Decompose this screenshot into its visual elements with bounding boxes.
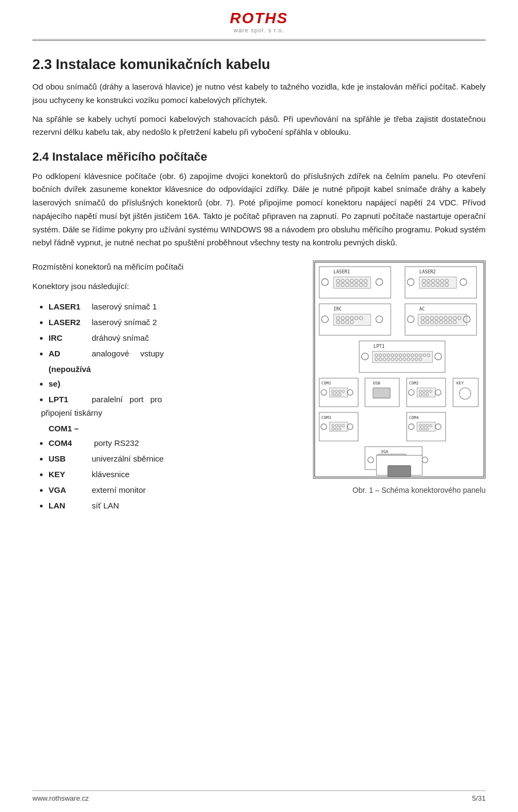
connectors-section: Rozmístění konektorů na měřicím počítači… bbox=[32, 260, 486, 514]
list-item: ADanalogové vstupy bbox=[49, 346, 302, 361]
item-label: KEY bbox=[49, 467, 92, 481]
list-item: COM1 – COM4 porty RS232 bbox=[49, 421, 302, 450]
item-label: LASER1 bbox=[49, 299, 92, 314]
item-desc: klávesnice bbox=[92, 470, 130, 479]
list-item: VGAexterní monitor bbox=[49, 483, 302, 497]
svg-text:COM3: COM3 bbox=[322, 415, 331, 420]
svg-rect-119 bbox=[373, 388, 390, 398]
item-label: IRC bbox=[49, 331, 92, 345]
item-desc: analogové vstupy bbox=[92, 349, 163, 358]
list-item: připojení tiskárny bbox=[41, 405, 302, 420]
svg-rect-166 bbox=[388, 466, 411, 477]
svg-text:COM2: COM2 bbox=[409, 381, 419, 386]
section-23-para2: Na spřáhle se kabely uchytí pomocí kabel… bbox=[32, 113, 486, 140]
svg-text:COM4: COM4 bbox=[409, 415, 419, 420]
item-desc: dráhový snímač bbox=[92, 333, 149, 342]
svg-text:LASER2: LASER2 bbox=[419, 269, 436, 274]
item-desc: laserový snímač 1 bbox=[92, 302, 157, 311]
svg-text:IRC: IRC bbox=[333, 306, 342, 312]
svg-text:USB: USB bbox=[373, 381, 380, 386]
list-item: LASER1laserový snímač 1 bbox=[49, 299, 302, 314]
svg-text:LPT1: LPT1 bbox=[373, 343, 384, 349]
item-label: LAN bbox=[49, 498, 92, 513]
list-item: LANsíť LAN bbox=[49, 498, 302, 513]
section-23-para1: Od obou snímačů (dráhy a laserová hlavic… bbox=[32, 80, 486, 107]
list-item: KEYklávesnice bbox=[49, 467, 302, 481]
section-24-title: 2.4 Instalace měřicího počítače bbox=[32, 150, 486, 164]
item-label: (nepoužívá se) bbox=[49, 362, 92, 391]
list-item: IRCdráhový snímač bbox=[49, 331, 302, 345]
svg-text:VGA: VGA bbox=[381, 449, 388, 454]
list-item: LPT1paralelní port pro bbox=[49, 392, 302, 407]
header: ROTHS ware spol. s r.o. bbox=[32, 0, 486, 40]
connectors-list: LASER1laserový snímač 1 LASER2laserový s… bbox=[32, 299, 302, 513]
list-item: (nepoužívá se) bbox=[49, 362, 302, 391]
figure-caption: Obr. 1 – Schéma konektorového panelu bbox=[313, 486, 486, 494]
svg-text:AC: AC bbox=[419, 306, 425, 312]
main-content: 2.3 Instalace komunikačních kabelu Od ob… bbox=[32, 45, 486, 546]
item-label: COM1 – COM4 bbox=[49, 421, 92, 450]
list-item: LASER2laserový snímač 2 bbox=[49, 315, 302, 329]
item-label: LASER2 bbox=[49, 315, 92, 329]
item-desc: univerzální sběrnice bbox=[92, 454, 163, 463]
top-divider bbox=[32, 40, 486, 41]
svg-text:COM1: COM1 bbox=[322, 381, 331, 386]
svg-text:KEY: KEY bbox=[456, 381, 464, 386]
item-label: VGA bbox=[49, 483, 92, 497]
connectors-text: Rozmístění konektorů na měřicím počítači… bbox=[32, 260, 302, 514]
connectors-intro: Rozmístění konektorů na měřicím počítači bbox=[32, 260, 302, 273]
item-desc: připojení tiskárny bbox=[41, 408, 102, 417]
item-label: LPT1 bbox=[49, 392, 92, 407]
logo-main: ROTHS bbox=[230, 10, 288, 27]
item-label: USB bbox=[49, 451, 92, 466]
section-23-title: 2.3 Instalace komunikačních kabelu bbox=[32, 56, 486, 73]
logo: ROTHS ware spol. s r.o. bbox=[230, 10, 288, 33]
footer: www.rothsware.cz 5/31 bbox=[32, 790, 486, 802]
footer-website: www.rothsware.cz bbox=[32, 794, 89, 802]
item-desc: porty RS232 bbox=[92, 438, 139, 448]
connectors-heading: Konektory jsou následující: bbox=[32, 280, 302, 293]
list-item: USBuniverzální sběrnice bbox=[49, 451, 302, 466]
svg-text:LASER1: LASER1 bbox=[333, 269, 350, 274]
svg-rect-77 bbox=[372, 352, 432, 363]
section-24-para1: Po odklopení klávesnice počítače (obr. 6… bbox=[32, 170, 486, 250]
diagram-svg: LASER1 bbox=[313, 260, 486, 479]
item-desc: externí monitor bbox=[92, 485, 146, 494]
item-desc: síť LAN bbox=[92, 501, 119, 510]
item-desc: laserový snímač 2 bbox=[92, 318, 157, 327]
page: ROTHS ware spol. s r.o. 2.3 Instalace ko… bbox=[0, 0, 518, 812]
logo-sub: ware spol. s r.o. bbox=[230, 27, 288, 33]
item-desc: paralelní port pro bbox=[92, 395, 162, 404]
item-label: AD bbox=[49, 346, 92, 361]
footer-page: 5/31 bbox=[472, 794, 486, 802]
connector-diagram: LASER1 bbox=[313, 260, 486, 494]
